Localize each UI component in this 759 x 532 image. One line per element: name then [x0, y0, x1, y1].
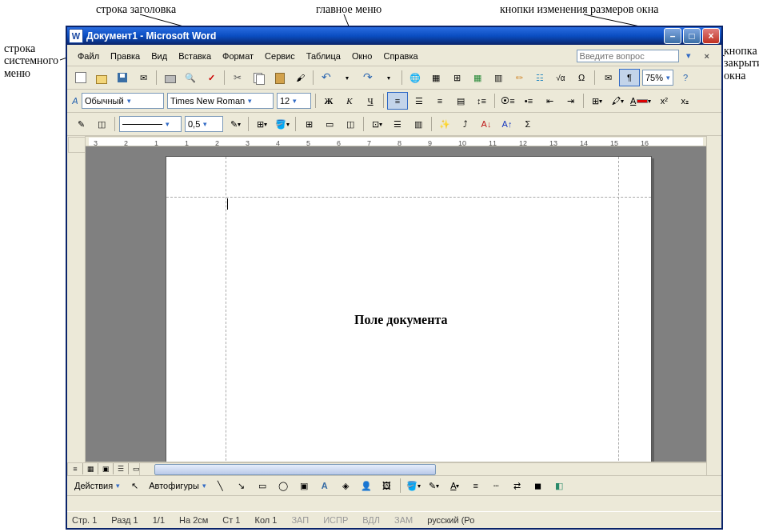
insert-table-button[interactable]: ⊞ [447, 70, 466, 86]
style-combo[interactable]: Обычный▾ [82, 93, 164, 109]
textbox-button[interactable]: ▣ [294, 478, 314, 494]
tab-selector[interactable] [68, 137, 86, 153]
print-button[interactable] [160, 70, 179, 86]
picture-button[interactable]: 🖼 [378, 478, 397, 494]
map-button[interactable]: ☷ [530, 70, 549, 86]
align-cell-button[interactable]: ⊡▾ [367, 116, 386, 132]
menu-tools[interactable]: Сервис [259, 50, 301, 62]
autoshapes-menu[interactable]: Автофигуры▾ [146, 478, 209, 493]
ask-dropdown-icon[interactable]: ▾ [681, 49, 697, 62]
fontcolor-draw-button[interactable]: A▾ [445, 478, 465, 494]
symbol-button[interactable]: Ω [572, 70, 591, 86]
close-button[interactable]: × [702, 28, 720, 44]
select-objects-button[interactable]: ↖ [125, 478, 144, 494]
preview-button[interactable]: 🔍 [181, 70, 200, 86]
view-normal-button[interactable]: ≡ [68, 463, 83, 474]
fontsize-combo[interactable]: 12▾ [277, 93, 311, 109]
menu-format[interactable]: Формат [217, 50, 259, 62]
format-painter-button[interactable]: 🖌 [290, 70, 310, 86]
inserttable-button[interactable]: ⊞ [299, 116, 318, 132]
menu-help[interactable]: Справка [378, 50, 423, 62]
3d-button[interactable]: ◧ [549, 478, 569, 494]
hscroll-thumb[interactable] [154, 464, 436, 475]
view-print-button[interactable]: ▣ [98, 463, 114, 474]
align-justify-button[interactable]: ▤ [451, 93, 470, 109]
autoformat-button[interactable]: ✨ [435, 116, 454, 132]
menu-file[interactable]: Файл [72, 50, 105, 62]
zoom-combo[interactable]: 75%▾ [642, 70, 673, 86]
indent-button[interactable]: ⇥ [561, 93, 580, 109]
bordercolor-button[interactable]: ✎▾ [226, 116, 245, 132]
copy-button[interactable] [249, 70, 268, 86]
numbering-button[interactable]: ⦿≡ [498, 93, 517, 109]
show-marks-button[interactable]: ¶ [619, 69, 640, 86]
status-lang[interactable]: русский (Ро [427, 515, 474, 525]
tables-borders-button[interactable]: ▦ [426, 70, 445, 86]
dashstyle-button[interactable]: ┄ [487, 478, 506, 494]
open-button[interactable] [92, 70, 111, 86]
drawing-button[interactable]: ✏ [509, 70, 529, 86]
splitcells-button[interactable]: ◫ [341, 116, 360, 132]
help-button[interactable]: ? [676, 70, 695, 86]
oval-button[interactable]: ◯ [274, 478, 293, 494]
undo-button[interactable] [317, 70, 336, 86]
redo-button[interactable] [358, 70, 378, 86]
status-rec[interactable]: ЗАП [291, 515, 309, 525]
status-trk[interactable]: ИСПР [323, 515, 348, 525]
lineweight-combo[interactable]: 0,5▾ [185, 116, 223, 132]
align-right-button[interactable]: ≡ [430, 93, 449, 109]
arrow-button[interactable]: ↘ [232, 478, 251, 494]
status-ext[interactable]: ВДЛ [362, 515, 380, 525]
columns-button[interactable]: ▥ [489, 70, 508, 86]
bullets-button[interactable]: •≡ [519, 93, 538, 109]
menu-view[interactable]: Вид [146, 50, 173, 62]
fontcolor-button[interactable]: A▾ [629, 93, 653, 109]
sort-asc-button[interactable]: A↓ [477, 116, 496, 132]
subscript-button[interactable]: x₂ [675, 93, 694, 109]
view-outline-button[interactable]: ☰ [114, 463, 129, 474]
vertical-ruler[interactable] [85, 146, 86, 462]
menu-window[interactable]: Окно [346, 50, 378, 62]
border-button[interactable]: ⊞▾ [252, 116, 271, 132]
superscript-button[interactable]: x² [654, 93, 673, 109]
align-center-button[interactable]: ☰ [409, 93, 429, 109]
hyperlink-button[interactable]: 🌐 [405, 70, 425, 86]
status-ovr[interactable]: ЗАМ [394, 515, 413, 525]
formula-button[interactable]: √α [551, 70, 570, 86]
ask-question-input[interactable] [577, 50, 679, 62]
mail-button[interactable]: ✉ [134, 70, 153, 86]
save-button[interactable] [113, 70, 132, 86]
bold-button[interactable]: Ж [319, 93, 338, 109]
fillcolor-draw-button[interactable]: 🪣▾ [404, 478, 423, 494]
app-icon[interactable]: W [69, 29, 83, 43]
borders-button[interactable]: ⊞▾ [587, 93, 606, 109]
undo-dd[interactable]: ▾ [338, 70, 357, 86]
diagram-button[interactable]: ◈ [336, 478, 355, 494]
distribute-cols-button[interactable]: ▥ [409, 116, 428, 132]
drawing-actions-menu[interactable]: Действия▾ [72, 478, 122, 493]
underline-button[interactable]: Ч [361, 93, 380, 109]
envelope-button[interactable]: ✉ [598, 70, 617, 86]
menu-insert[interactable]: Вставка [173, 50, 217, 62]
vertical-scrollbar[interactable]: ▴ ▾ ▴ ○ ▾ [706, 146, 707, 462]
line-button[interactable]: ╲ [211, 478, 230, 494]
menu-table[interactable]: Таблица [301, 50, 346, 62]
clipart-button[interactable]: 👤 [357, 478, 376, 494]
distribute-rows-button[interactable]: ☰ [388, 116, 407, 132]
eraser-button[interactable]: ◫ [92, 116, 111, 132]
spellcheck-button[interactable]: ✓ [202, 70, 221, 86]
paste-button[interactable] [270, 70, 289, 86]
document-close-button[interactable]: × [701, 51, 713, 61]
wordart-button[interactable]: A [315, 478, 334, 494]
minimize-button[interactable]: – [664, 28, 681, 44]
mergecells-button[interactable]: ▭ [320, 116, 339, 132]
fillcolor-button[interactable]: 🪣▾ [273, 116, 292, 132]
linestyle-draw-button[interactable]: ≡ [466, 478, 485, 494]
shadow-button[interactable]: ◼ [529, 478, 548, 494]
new-doc-button[interactable] [71, 70, 90, 86]
align-left-button[interactable]: ≡ [387, 92, 408, 110]
linespacing-button[interactable]: ↕≡ [472, 93, 491, 109]
cut-button[interactable] [228, 70, 247, 86]
outdent-button[interactable]: ⇤ [540, 93, 559, 109]
view-web-button[interactable]: ▦ [83, 463, 98, 474]
